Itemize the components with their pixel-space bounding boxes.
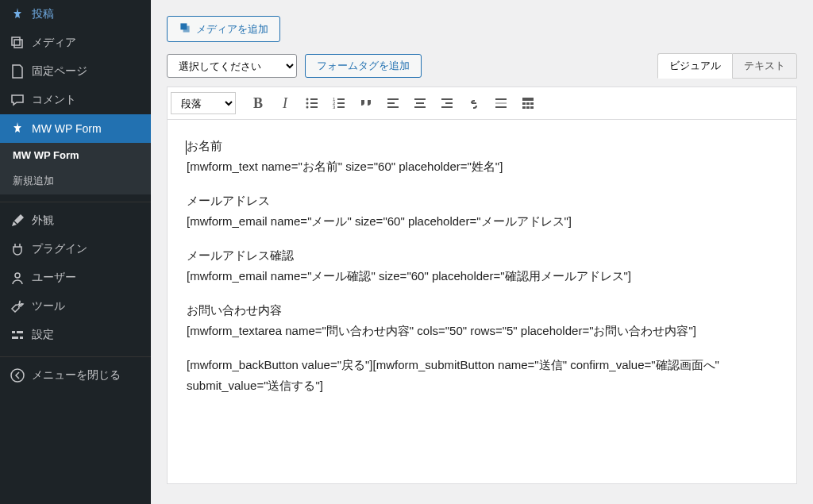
- main-content: メディアを追加 選択してください フォームタグを追加 ビジュアル テキスト 段落…: [151, 0, 813, 504]
- link-button[interactable]: [461, 90, 487, 116]
- svg-rect-21: [414, 98, 426, 100]
- svg-rect-23: [414, 106, 426, 108]
- readmore-button[interactable]: [488, 90, 514, 116]
- svg-rect-1: [12, 331, 15, 333]
- svg-rect-34: [522, 106, 526, 109]
- editor-content[interactable]: お名前 [mwform_text name="お名前" size="60" pl…: [167, 119, 797, 484]
- align-right-button[interactable]: [434, 90, 460, 116]
- editor-line: お問い合わせ内容: [187, 303, 282, 317]
- bullet-list-button[interactable]: [299, 90, 325, 116]
- editor-line: [mwform_text name="お名前" size="60" placeh…: [187, 160, 503, 173]
- svg-rect-11: [310, 106, 318, 108]
- sidebar-item-label: 設定: [32, 328, 54, 342]
- menu-separator: [0, 353, 151, 357]
- collapse-icon: [10, 367, 25, 383]
- svg-rect-20: [387, 106, 399, 108]
- editor-tabs: ビジュアル テキスト: [657, 53, 797, 79]
- svg-point-10: [306, 106, 309, 109]
- sidebar-item-settings[interactable]: 設定: [0, 321, 151, 349]
- toolbar-toggle-button[interactable]: [515, 90, 541, 116]
- sidebar-item-label: プラグイン: [32, 242, 87, 256]
- blockquote-button[interactable]: [353, 90, 379, 116]
- italic-button[interactable]: I: [272, 90, 298, 116]
- editor-line: [mwform_email name="メール" size="60" place…: [187, 214, 572, 228]
- svg-rect-36: [530, 106, 534, 109]
- sidebar-item-pages[interactable]: 固定ページ: [0, 57, 151, 86]
- tab-text[interactable]: テキスト: [732, 53, 797, 79]
- submenu-item-addnew[interactable]: 新規追加: [0, 167, 151, 194]
- sidebar-submenu: MW WP Form 新規追加: [0, 143, 151, 194]
- sidebar-item-media[interactable]: メディア: [0, 29, 151, 57]
- format-select[interactable]: 段落: [171, 92, 236, 114]
- user-icon: [10, 270, 25, 286]
- svg-rect-24: [441, 98, 453, 100]
- svg-rect-19: [387, 102, 395, 104]
- comment-icon: [10, 92, 25, 108]
- form-tag-select[interactable]: 選択してください: [167, 54, 297, 78]
- submenu-item-mwwpform[interactable]: MW WP Form: [0, 143, 151, 167]
- top-actions: メディアを追加: [167, 16, 797, 42]
- editor-line: メールアドレス確認: [187, 248, 294, 262]
- svg-rect-7: [310, 98, 318, 100]
- menu-separator: [0, 198, 151, 202]
- sidebar-item-label: 固定ページ: [32, 64, 87, 79]
- svg-point-0: [15, 273, 20, 278]
- svg-rect-2: [17, 331, 23, 333]
- editor-toolbar: 段落 B I 123: [167, 87, 797, 119]
- form-tag-row: 選択してください フォームタグを追加 ビジュアル テキスト: [167, 53, 797, 79]
- align-left-button[interactable]: [380, 90, 406, 116]
- svg-rect-30: [522, 98, 534, 101]
- editor-paragraph: メールアドレス [mwform_email name="メール" size="6…: [187, 190, 777, 231]
- bold-button[interactable]: B: [245, 90, 271, 116]
- svg-rect-27: [495, 98, 507, 100]
- pin-icon: [10, 121, 25, 137]
- sidebar-item-label: MW WP Form: [32, 122, 102, 135]
- editor-paragraph: お問い合わせ内容 [mwform_textarea name="問い合わせ内容"…: [187, 300, 777, 340]
- admin-sidebar: 投稿 メディア 固定ページ コメント MW WP Form MW WP Form…: [0, 0, 151, 504]
- media-icon: [10, 35, 25, 51]
- svg-rect-31: [522, 102, 526, 105]
- sidebar-item-label: ツール: [32, 299, 65, 314]
- svg-point-8: [306, 102, 309, 105]
- editor-line: お名前: [187, 139, 222, 152]
- svg-point-6: [306, 98, 309, 101]
- svg-point-5: [11, 369, 24, 382]
- svg-rect-26: [441, 106, 453, 108]
- svg-rect-4: [20, 337, 23, 339]
- editor-line: [mwform_textarea name="問い合わせ内容" cols="50…: [187, 324, 696, 337]
- align-center-button[interactable]: [407, 90, 433, 116]
- sidebar-item-appearance[interactable]: 外観: [0, 206, 151, 235]
- sidebar-item-label: 投稿: [32, 7, 54, 21]
- editor-line: [mwform_email name="メール確認" size="60" pla…: [187, 269, 631, 283]
- sidebar-item-label: 外観: [32, 214, 54, 228]
- editor-line: [mwform_backButton value="戻る"][mwform_su…: [187, 358, 719, 392]
- page-icon: [10, 63, 25, 79]
- sidebar-item-tools[interactable]: ツール: [0, 292, 151, 321]
- sidebar-item-mwwpform[interactable]: MW WP Form: [0, 114, 151, 143]
- plug-icon: [10, 241, 25, 257]
- svg-rect-29: [495, 106, 507, 108]
- svg-rect-28: [495, 102, 507, 104]
- sidebar-item-collapse[interactable]: メニューを閉じる: [0, 361, 151, 390]
- add-media-button[interactable]: メディアを追加: [167, 16, 280, 42]
- svg-rect-13: [337, 98, 345, 100]
- editor-line: メールアドレス: [187, 194, 270, 207]
- editor-paragraph: お名前 [mwform_text name="お名前" size="60" pl…: [187, 136, 777, 176]
- pin-icon: [10, 6, 25, 22]
- editor-paragraph: メールアドレス確認 [mwform_email name="メール確認" siz…: [187, 245, 777, 286]
- svg-rect-22: [416, 102, 424, 104]
- add-media-label: メディアを追加: [196, 22, 268, 37]
- svg-rect-18: [387, 98, 399, 100]
- svg-rect-35: [526, 106, 530, 109]
- sidebar-item-plugins[interactable]: プラグイン: [0, 235, 151, 264]
- add-form-tag-button[interactable]: フォームタグを追加: [305, 54, 422, 78]
- sidebar-item-comments[interactable]: コメント: [0, 86, 151, 114]
- number-list-button[interactable]: 123: [326, 90, 352, 116]
- media-icon: [179, 21, 191, 37]
- tab-visual[interactable]: ビジュアル: [657, 53, 732, 79]
- sidebar-item-users[interactable]: ユーザー: [0, 264, 151, 292]
- editor-paragraph: [mwform_backButton value="戻る"][mwform_su…: [187, 355, 777, 395]
- sidebar-item-posts[interactable]: 投稿: [0, 0, 151, 29]
- sidebar-item-label: メニューを閉じる: [32, 368, 121, 383]
- tool-icon: [10, 298, 25, 314]
